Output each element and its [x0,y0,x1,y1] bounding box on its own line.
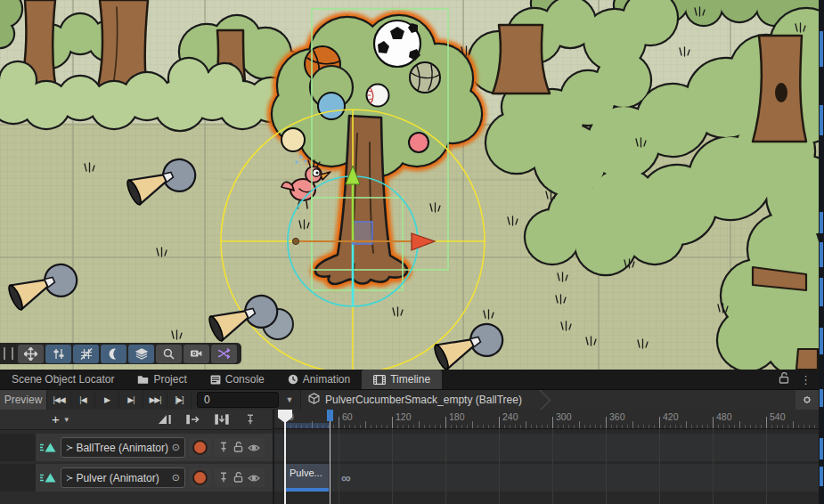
track-lane[interactable] [274,434,824,461]
ruler-tick [403,425,404,428]
move-tool-icon[interactable] [18,345,44,363]
object-picker-icon[interactable]: ⊙ [172,442,180,453]
edge-mark [820,328,823,354]
ruler-tick [793,421,794,428]
track-lane[interactable] [274,464,824,492]
ruler-label: 480 [716,411,732,422]
ruler-tick [750,425,751,428]
ruler-tick [510,425,510,428]
search-tool-icon[interactable] [156,345,182,363]
breadcrumb-label: PulverCucumberSmack_empty (BallTree) [325,394,522,406]
ruler-tick [526,421,526,428]
previous-frame-button[interactable]: |◀ [71,390,95,410]
scene-canvas[interactable] [0,0,824,370]
grid-strike-tool-icon[interactable] [73,345,99,363]
scene-view[interactable] [0,0,824,370]
record-dot-icon [192,440,208,455]
ripple-mode-button[interactable] [182,411,205,427]
editor-window: Scene Object LocatorProjectConsoleAnimat… [0,0,824,504]
record-button[interactable] [189,438,211,457]
ruler-tick [739,421,740,428]
preview-button[interactable]: Preview [0,390,47,410]
panel-menu-icon[interactable]: ⋮ [800,374,812,386]
gear-icon[interactable] [795,390,819,410]
tab-animation[interactable]: Animation [276,370,362,389]
mix-mode-button[interactable] [153,411,176,427]
tab-console[interactable]: Console [199,370,276,389]
tab-label: Console [225,373,265,386]
cream-ball[interactable] [281,128,305,151]
add-track-button[interactable]: +▼ [0,411,78,428]
ruler-label: 60 [342,411,353,422]
ruler-tick [499,417,500,428]
shuffle-tool-icon[interactable] [211,345,237,363]
ruler-tick [686,421,687,428]
eye-icon[interactable] [248,470,260,486]
ruler-tick [729,425,730,428]
ruler-label: 420 [663,411,679,422]
breadcrumb[interactable]: PulverCucumberSmack_empty (BallTree) [300,390,795,410]
track-binding-field[interactable]: ≻BallTree (Animator)⊙ [61,437,185,458]
markers-toggle-button[interactable] [239,411,262,427]
edge-mark [820,438,823,459]
ruler-tick [408,425,409,428]
track-binding-field[interactable]: ≻Pulver (Animator)⊙ [61,467,185,488]
toolbar-drag-handle-icon[interactable] [4,347,13,360]
lock-icon[interactable] [233,440,243,456]
pink-ball[interactable] [409,133,428,152]
clock-icon [288,374,298,385]
track-row-balltree-animator[interactable]: ≻BallTree (Animator)⊙⋮ [0,434,273,461]
ruler-tick [675,425,676,428]
frame-options-dropdown[interactable]: ▼ [279,390,300,410]
pin-icon[interactable] [219,470,228,486]
ruler-tick [371,425,371,428]
blue-ball[interactable] [318,93,345,119]
ruler-tick [659,417,660,428]
ruler-tick [777,425,778,428]
tab-label: Project [153,373,186,386]
ruler-tick [568,425,569,428]
record-button[interactable] [189,468,211,487]
tab-project[interactable]: Project [126,370,198,389]
layers-tool-icon[interactable] [128,345,154,363]
replace-mode-button[interactable] [210,411,233,427]
soccer-ball[interactable] [374,20,420,67]
animation-clip[interactable]: Pulve... [285,464,329,492]
timeline-ruler[interactable]: 060120180240300360420480540 [274,410,824,429]
ruler-tick [702,425,703,428]
ruler-tick [520,425,521,428]
edge-mark [820,105,823,135]
tab-scene-object-locator[interactable]: Scene Object Locator [0,370,126,389]
ruler-tick [638,425,639,428]
ruler-tick [435,425,436,428]
frame-field[interactable]: 0 [197,392,279,408]
eye-icon[interactable] [248,440,260,456]
volleyball[interactable] [410,62,440,93]
mixer-tool-icon[interactable] [45,345,71,363]
playhead-line[interactable] [284,421,286,504]
moon-tool-icon[interactable] [101,345,126,363]
unlock-icon[interactable] [779,371,789,387]
edge-mark [820,389,823,407]
track-row-pulver-animator[interactable]: ≻Pulver (Animator)⊙⋮ [0,464,273,492]
frame-gridline [659,429,660,504]
next-frame-button[interactable]: ▶| [119,390,143,410]
tab-timeline[interactable]: Timeline [362,370,442,389]
ruler-tick [595,425,596,428]
frame-gridline [445,429,446,504]
ruler-tick [515,425,516,428]
object-picker-icon[interactable]: ⊙ [172,472,180,484]
play-button[interactable]: ▶ [95,390,119,410]
ruler-tick [542,425,543,428]
timeline-end-marker[interactable] [327,410,333,421]
lock-icon[interactable] [233,470,243,486]
play-range-button[interactable]: [▶] [167,390,192,410]
ruler-tick [681,425,681,428]
pin-icon[interactable] [219,440,228,456]
timeline-clip-area[interactable]: 060120180240300360420480540 Pulve... ∞ [274,410,824,504]
go-to-end-button[interactable]: ▶▶| [143,390,167,410]
go-to-start-button[interactable]: |◀◀ [47,390,71,410]
ruler-tick [670,425,671,428]
baseball[interactable] [367,85,389,107]
camera-visibility-tool-icon[interactable] [184,345,209,363]
